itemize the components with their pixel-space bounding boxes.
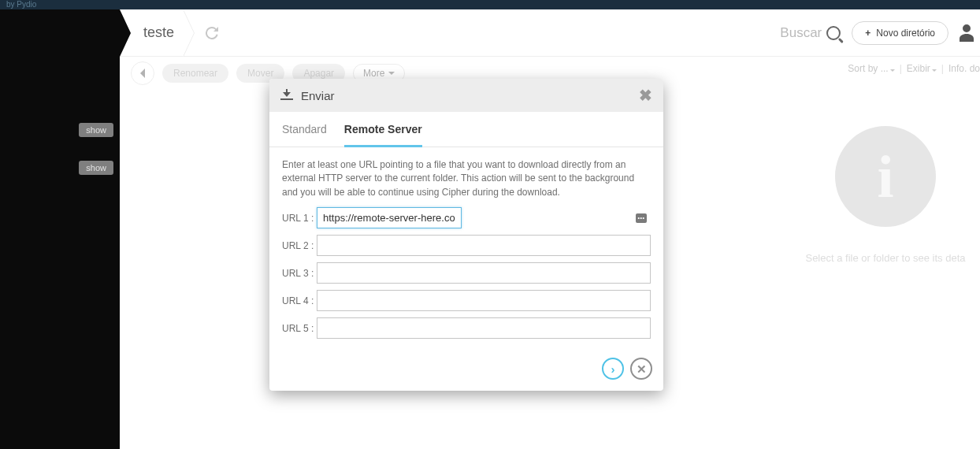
url3-label: URL 3 : xyxy=(282,268,312,279)
brand-label: by Pydio xyxy=(6,0,36,9)
url4-input[interactable] xyxy=(317,290,651,311)
search-icon xyxy=(826,26,841,40)
left-sidebar: show show xyxy=(0,9,120,449)
url3-input[interactable] xyxy=(317,262,651,284)
url1-label: URL 1 : xyxy=(282,213,312,224)
user-icon[interactable] xyxy=(960,24,974,42)
url2-input[interactable] xyxy=(317,235,651,256)
search-trigger[interactable]: Buscar xyxy=(780,25,841,41)
submit-button[interactable]: › xyxy=(602,358,624,380)
modal-description: Enter at least one URL pointing to a fil… xyxy=(282,158,651,199)
plus-icon: + xyxy=(865,28,870,39)
modal-header: Enviar ✖ xyxy=(269,79,663,112)
url4-label: URL 4 : xyxy=(282,295,312,306)
upload-icon xyxy=(280,89,293,102)
breadcrumb-title[interactable]: teste xyxy=(143,24,174,41)
refresh-icon[interactable] xyxy=(206,27,218,39)
cancel-button[interactable]: ✕ xyxy=(630,358,652,380)
breadcrumb-arrow-icon xyxy=(120,9,131,57)
chevron-right-icon: › xyxy=(611,363,615,375)
show-button-2[interactable]: show xyxy=(79,161,113,175)
top-bar: by Pydio xyxy=(0,0,980,9)
input-extension-icon[interactable]: ••• xyxy=(636,213,647,223)
new-directory-button[interactable]: + Novo diretório xyxy=(852,21,948,45)
url5-input[interactable] xyxy=(317,317,651,339)
breadcrumb-sep-icon xyxy=(184,9,195,57)
show-button-1[interactable]: show xyxy=(79,123,113,137)
close-icon: ✕ xyxy=(637,363,647,375)
tab-remote-server[interactable]: Remote Server xyxy=(344,123,422,147)
modal-tabs: Standard Remote Server xyxy=(269,112,663,147)
url2-label: URL 2 : xyxy=(282,240,312,251)
header-bar: teste Buscar + Novo diretório xyxy=(120,9,980,57)
url1-input[interactable] xyxy=(317,207,462,228)
close-button[interactable]: ✖ xyxy=(639,86,652,105)
new-directory-label: Novo diretório xyxy=(876,28,935,39)
upload-modal: Enviar ✖ Standard Remote Server Enter at… xyxy=(269,79,663,391)
modal-title: Enviar xyxy=(301,89,335,102)
search-label: Buscar xyxy=(780,25,822,41)
tab-standard[interactable]: Standard xyxy=(282,123,327,147)
url5-label: URL 5 : xyxy=(282,323,312,334)
breadcrumb: teste xyxy=(120,9,218,56)
